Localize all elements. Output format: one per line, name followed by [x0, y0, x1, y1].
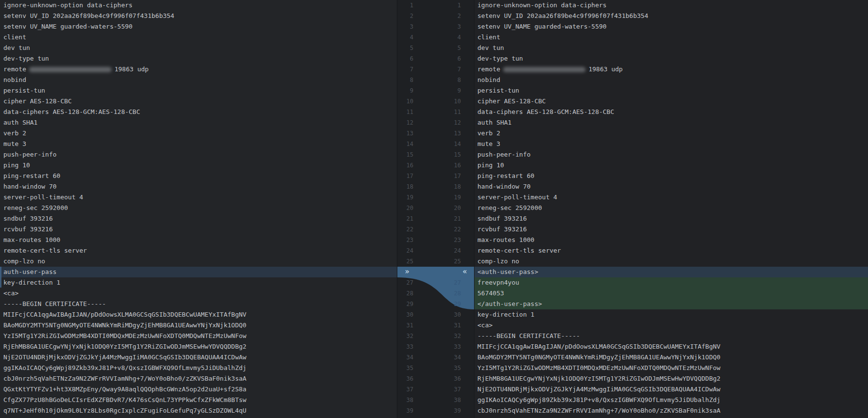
right-pane-line-2[interactable]: setenv UV_ID 202aa26f89be4c9f996f07f431b… [475, 11, 868, 21]
left-pane-line-32[interactable]: YzI5MTg1Y2RiZGIwODMzMB4XDTI0MDQxMDEzMzUw… [0, 331, 397, 341]
right-pane-line-37[interactable]: NjE2OTU4NDRjMjkxODVjZGJkYjA4MzMwggIiMA0G… [475, 384, 868, 395]
right-pane-line-1[interactable]: ignore-unknown-option data-ciphers [475, 0, 868, 11]
left-pane-line-24[interactable]: remote-cert-tls server [0, 245, 397, 256]
right-pane-line-3[interactable]: setenv UV_NAME guarded-waters-5590 [475, 21, 868, 32]
right-pane-line-32[interactable]: -----BEGIN CERTIFICATE----- [475, 331, 868, 341]
left-pane-line-31[interactable]: BAoMGDY2MTY5NTg0NGMyOTE4NWNkYmRiMDgyZjEh… [0, 320, 397, 331]
left-pane-line-1[interactable]: ignore-unknown-option data-ciphers [0, 0, 397, 11]
right-pane-line-11[interactable]: data-ciphers AES-128-GCM:AES-128-CBC [475, 107, 868, 117]
right-pane-line-18[interactable]: hand-window 70 [475, 181, 868, 192]
right-line-number: 35 [429, 363, 461, 373]
right-pane-line-35[interactable]: YzI5MTg1Y2RiZGIwODMzMB4XDTI0MDQxMDEzMzUw… [475, 363, 868, 373]
right-pane-line-10[interactable]: cipher AES-128-CBC [475, 96, 868, 107]
right-pane-line-25[interactable]: comp-lzo no [475, 256, 868, 267]
left-line-number: 2 [397, 11, 413, 21]
left-line-number: 28 [397, 288, 413, 299]
left-pane-line-13[interactable]: verb 2 [0, 128, 397, 139]
left-pane-line-27[interactable]: key-direction 1 [0, 277, 397, 288]
left-pane-line-2[interactable]: setenv UV_ID 202aa26f89be4c9f996f07f431b… [0, 11, 397, 21]
right-pane-line-4[interactable]: client [475, 32, 868, 43]
left-pane-line-5[interactable]: dev tun [0, 43, 397, 53]
left-pane-line-38[interactable]: CfgZX77PzU8hBGoDeLCIsrEdXZFBDvR7/K476sCs… [0, 395, 397, 405]
left-line-number: 39 [397, 405, 413, 416]
left-line-number: 22 [397, 224, 413, 235]
right-pane-line-13[interactable]: verb 2 [475, 128, 868, 139]
left-pane-line-29[interactable]: -----BEGIN CERTIFICATE----- [0, 299, 397, 309]
left-pane-line-39[interactable]: q7NT+JeHf0h10jOkm9L0LYz8Lbs0RgcIxplcZFug… [0, 405, 397, 416]
left-line-number: 31 [397, 320, 413, 331]
redacted-hostname-blob [29, 67, 112, 72]
left-pane-line-16[interactable]: ping 10 [0, 160, 397, 171]
left-pane-line-12[interactable]: auth SHA1 [0, 117, 397, 128]
right-pane-line-21[interactable]: sndbuf 393216 [475, 213, 868, 224]
right-pane-line-30[interactable]: key-direction 1 [475, 309, 868, 320]
left-pane-line-36[interactable]: cbJ0nrzh5qVahETNzZa9N2ZWFrRVVIamNhg+7/Wo… [0, 373, 397, 384]
left-pane-line-17[interactable]: ping-restart 60 [0, 171, 397, 181]
left-pane-line-8[interactable]: nobind [0, 75, 397, 85]
left-pane-line-37[interactable]: QGxtKtYTYFZv1+ht3X8MZpEny/Qway9A8aqlQQOp… [0, 384, 397, 395]
left-line-number: 27 [397, 277, 413, 288]
right-pane-line-14[interactable]: mute 3 [475, 139, 868, 149]
left-pane-line-19[interactable]: server-poll-timeout 4 [0, 192, 397, 203]
right-pane-line-22[interactable]: rcvbuf 393216 [475, 224, 868, 235]
right-pane-line-28[interactable]: 5674053 [475, 288, 868, 299]
right-pane-line-34[interactable]: BAoMGDY2MTY5NTg0NGMyOTE4NWNkYmRiMDgyZjEh… [475, 352, 868, 363]
apply-to-left-button[interactable]: « [458, 267, 472, 277]
right-pane-line-15[interactable]: push-peer-info [475, 149, 868, 160]
right-pane-line-36[interactable]: RjEhMB8GA1UECgwYNjYxNjk1ODQ0YzI5MTg1Y2Ri… [475, 373, 868, 384]
left-line-number: 9 [397, 85, 413, 96]
left-pane-line-3[interactable]: setenv UV_NAME guarded-waters-5590 [0, 21, 397, 32]
right-pane-line-39[interactable]: cbJ0nrzh5qVahETNzZa9N2ZWFrRVVIamNhg+7/Wo… [475, 405, 868, 416]
left-pane-line-28[interactable]: <ca> [0, 288, 397, 299]
left-pane-line-18[interactable]: hand-window 70 [0, 181, 397, 192]
right-pane-line-9[interactable]: persist-tun [475, 85, 868, 96]
left-pane-line-11[interactable]: data-ciphers AES-128-GCM:AES-128-CBC [0, 107, 397, 117]
right-pane-line-6[interactable]: dev-type tun [475, 53, 868, 64]
left-line-number: 20 [397, 203, 413, 213]
right-pane-line-16[interactable]: ping 10 [475, 160, 868, 171]
right-pane-line-26[interactable]: <auth-user-pass> [475, 267, 868, 277]
right-pane-line-5[interactable]: dev tun [475, 43, 868, 53]
right-pane-line-20[interactable]: reneg-sec 2592000 [475, 203, 868, 213]
right-pane-line-17[interactable]: ping-restart 60 [475, 171, 868, 181]
apply-to-right-button[interactable]: » [400, 267, 414, 277]
right-pane-line-12[interactable]: auth SHA1 [475, 117, 868, 128]
left-pane-line-33[interactable]: RjEhMB8GA1UECgwYNjYxNjk1ODQ0YzI5MTg1Y2Ri… [0, 341, 397, 352]
right-line-number: 29 [429, 299, 461, 309]
right-line-number: 15 [429, 149, 461, 160]
left-line-number: 33 [397, 341, 413, 352]
left-pane-line-14[interactable]: mute 3 [0, 139, 397, 149]
left-pane-line-26[interactable]: auth-user-pass [0, 267, 397, 277]
left-line-number: 30 [397, 309, 413, 320]
left-pane-line-20[interactable]: reneg-sec 2592000 [0, 203, 397, 213]
left-line-number: 36 [397, 373, 413, 384]
right-pane-line-19[interactable]: server-poll-timeout 4 [475, 192, 868, 203]
left-pane-line-10[interactable]: cipher AES-128-CBC [0, 96, 397, 107]
right-pane-line-8[interactable]: nobind [475, 75, 868, 85]
left-pane-line-22[interactable]: rcvbuf 393216 [0, 224, 397, 235]
left-pane-line-7[interactable]: remote19863 udp [0, 64, 397, 75]
left-pane-line-30[interactable]: MIIFcjCCA1qgAwIBAgIJAN/pDdOowsXLMA0GCSqG… [0, 309, 397, 320]
right-pane-line-29[interactable]: </auth-user-pass> [475, 299, 868, 309]
left-pane-line-9[interactable]: persist-tun [0, 85, 397, 96]
right-line-number: 3 [429, 21, 461, 32]
right-pane-line-23[interactable]: max-routes 1000 [475, 235, 868, 245]
left-pane-line-25[interactable]: comp-lzo no [0, 256, 397, 267]
right-pane-line-27[interactable]: freevpn4you [475, 277, 868, 288]
right-pane-line-7[interactable]: remote19863 udp [475, 64, 868, 75]
modified-file-pane: ignore-unknown-option data-cipherssetenv… [475, 0, 868, 418]
right-pane-line-33[interactable]: MIIFcjCCA1qgAwIBAgIJAN/pDdOowsXLMA0GCSqG… [475, 341, 868, 352]
left-pane-line-35[interactable]: ggIKAoICAQCy6gWpj89Zkb39xJ81P+v8/QxszIGB… [0, 363, 397, 373]
left-pane-line-15[interactable]: push-peer-info [0, 149, 397, 160]
left-pane-line-34[interactable]: NjE2OTU4NDRjMjkxODVjZGJkYjA4MzMwggIiMA0G… [0, 352, 397, 363]
right-line-number: 34 [429, 352, 461, 363]
right-line-number: 21 [429, 213, 461, 224]
right-pane-line-31[interactable]: <ca> [475, 320, 868, 331]
right-pane-line-38[interactable]: ggIKAoICAQCy6gWpj89Zkb39xJ81P+v8/QxszIGB… [475, 395, 868, 405]
left-pane-line-21[interactable]: sndbuf 393216 [0, 213, 397, 224]
left-pane-line-23[interactable]: max-routes 1000 [0, 235, 397, 245]
left-pane-line-6[interactable]: dev-type tun [0, 53, 397, 64]
right-line-number: 10 [429, 96, 461, 107]
left-pane-line-4[interactable]: client [0, 32, 397, 43]
right-pane-line-24[interactable]: remote-cert-tls server [475, 245, 868, 256]
